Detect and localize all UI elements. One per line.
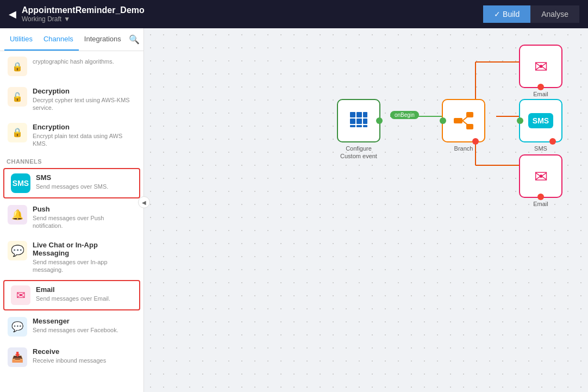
- app-container: ◀ AppointmentReminder_Demo Working Draft…: [0, 0, 588, 392]
- messenger-name: Messenger: [33, 317, 118, 325]
- hash-desc: cryptographic hash algorithms.: [33, 58, 114, 65]
- header: ◀ AppointmentReminder_Demo Working Draft…: [0, 0, 588, 28]
- email-desc: Send messages over Email.: [36, 295, 110, 302]
- sidebar-item-email[interactable]: ✉ Email Send messages over Email.: [3, 280, 140, 310]
- messenger-desc: Send messages over Facebook.: [33, 326, 118, 334]
- tab-utilities[interactable]: Utilities: [4, 28, 38, 51]
- sms-icon: SMS: [11, 173, 30, 193]
- branch-left-dot: [440, 117, 446, 124]
- email-icon: ✉: [11, 285, 30, 305]
- canvas[interactable]: ✉ Email: [144, 28, 588, 392]
- tab-channels[interactable]: Channels: [38, 28, 79, 51]
- configure-box: [337, 99, 380, 142]
- receive-icon: 📥: [8, 347, 27, 367]
- svg-rect-11: [350, 125, 355, 127]
- app-name: AppointmentReminder_Demo: [22, 5, 145, 15]
- email-top-icon: ✉: [534, 57, 548, 76]
- email-name: Email: [36, 285, 110, 294]
- sidebar: Utilities Channels Integrations 🔍 🔒 cryp…: [0, 28, 144, 392]
- dropdown-icon: ▼: [64, 15, 70, 23]
- sidebar-item-messenger[interactable]: 💬 Messenger Send messages over Facebook.: [0, 312, 143, 342]
- push-name: Push: [33, 205, 136, 213]
- sms-node-icon: SMS: [528, 113, 553, 128]
- branch-label: Branch: [454, 145, 473, 152]
- configure-icon: [349, 111, 368, 130]
- push-desc: Send messages over Push notification.: [33, 214, 136, 230]
- node-branch[interactable]: Branch: [442, 99, 485, 152]
- node-sms[interactable]: SMS SMS: [519, 99, 562, 152]
- svg-rect-9: [350, 119, 355, 124]
- sms-node-label: SMS: [534, 145, 547, 152]
- svg-rect-16: [454, 118, 462, 123]
- push-icon: 🔔: [8, 205, 27, 225]
- encryption-icon: 🔒: [8, 123, 27, 142]
- svg-rect-14: [363, 112, 367, 117]
- configure-right-dot: [376, 117, 383, 124]
- branch-right-top-dot: [472, 138, 479, 145]
- onbegin-badge-container: onBegin: [390, 111, 419, 119]
- working-draft[interactable]: Working Draft ▼: [22, 15, 145, 23]
- header-title: AppointmentReminder_Demo Working Draft ▼: [22, 5, 145, 23]
- tab-integrations[interactable]: Integrations: [79, 28, 127, 51]
- receive-name: Receive: [33, 347, 106, 356]
- svg-rect-8: [356, 112, 362, 117]
- livechat-icon: 💬: [8, 241, 27, 260]
- header-actions: ✓ Build Analyse: [483, 5, 579, 23]
- build-button[interactable]: ✓ Build: [483, 5, 530, 23]
- decryption-desc: Decrypt cypher text using AWS-KMS servic…: [33, 96, 136, 112]
- email-top-dot: [537, 84, 544, 90]
- sidebar-item-push[interactable]: 🔔 Push Send messages over Push notificat…: [0, 200, 143, 235]
- sms-left-dot: [517, 117, 523, 124]
- hash-icon: 🔒: [8, 57, 27, 76]
- email-top-box: ✉: [519, 45, 562, 88]
- livechat-name: Live Chat or In-App Messaging: [33, 241, 136, 257]
- svg-rect-10: [356, 119, 362, 124]
- livechat-desc: Send messages over In-app messaging.: [33, 258, 136, 274]
- svg-rect-13: [363, 125, 367, 127]
- sidebar-tabs: Utilities Channels Integrations 🔍: [0, 28, 143, 51]
- channels-section-label: CHANNELS: [0, 153, 143, 167]
- sms-name: SMS: [36, 173, 108, 182]
- back-button[interactable]: ◀: [9, 8, 16, 20]
- encryption-name: Encryption: [33, 123, 136, 131]
- sms-box: SMS: [519, 99, 562, 142]
- sidebar-collapse-button[interactable]: ◀: [138, 196, 150, 208]
- branch-box: [442, 99, 485, 142]
- sidebar-item-decryption[interactable]: 🔓 Decryption Decrypt cypher text using A…: [0, 82, 143, 117]
- decryption-icon: 🔓: [8, 87, 27, 107]
- main-layout: Utilities Channels Integrations 🔍 🔒 cryp…: [0, 28, 588, 392]
- node-email-bottom[interactable]: ✉ Email: [519, 154, 562, 208]
- sidebar-item-receive[interactable]: 📥 Receive Receive inbound messages: [0, 342, 143, 372]
- decryption-name: Decryption: [33, 87, 136, 95]
- encryption-desc: Encrypt plain text data using AWS KMS.: [33, 132, 136, 148]
- sidebar-item-encryption[interactable]: 🔒 Encryption Encrypt plain text data usi…: [0, 117, 143, 153]
- svg-rect-12: [356, 125, 362, 127]
- sms-desc: Send messages over SMS.: [36, 183, 108, 190]
- sidebar-content: 🔒 cryptographic hash algorithms. 🔓 Decry…: [0, 51, 143, 392]
- node-configure[interactable]: ConfigureCustom event: [337, 99, 380, 160]
- node-email-top[interactable]: ✉ Email: [519, 45, 562, 98]
- email-top-label: Email: [533, 90, 548, 98]
- analyse-button[interactable]: Analyse: [530, 5, 579, 23]
- sidebar-item-sms[interactable]: SMS SMS Send messages over SMS.: [3, 168, 140, 198]
- configure-label: ConfigureCustom event: [340, 145, 377, 160]
- email-bottom-dot: [537, 194, 544, 200]
- svg-rect-15: [363, 119, 367, 124]
- search-button[interactable]: 🔍: [127, 32, 142, 47]
- sidebar-item-hash[interactable]: 🔒 cryptographic hash algorithms.: [0, 51, 143, 82]
- messenger-icon: 💬: [8, 317, 27, 337]
- email-bottom-box: ✉: [519, 154, 562, 198]
- receive-desc: Receive inbound messages: [33, 357, 106, 364]
- svg-rect-7: [350, 112, 355, 117]
- onbegin-badge: onBegin: [390, 111, 419, 119]
- email-bottom-label: Email: [533, 200, 548, 208]
- sms-bottom-dot: [549, 138, 556, 145]
- sidebar-item-livechat[interactable]: 💬 Live Chat or In-App Messaging Send mes…: [0, 235, 143, 279]
- email-bottom-icon: ✉: [534, 167, 548, 186]
- branch-icon: [453, 110, 474, 132]
